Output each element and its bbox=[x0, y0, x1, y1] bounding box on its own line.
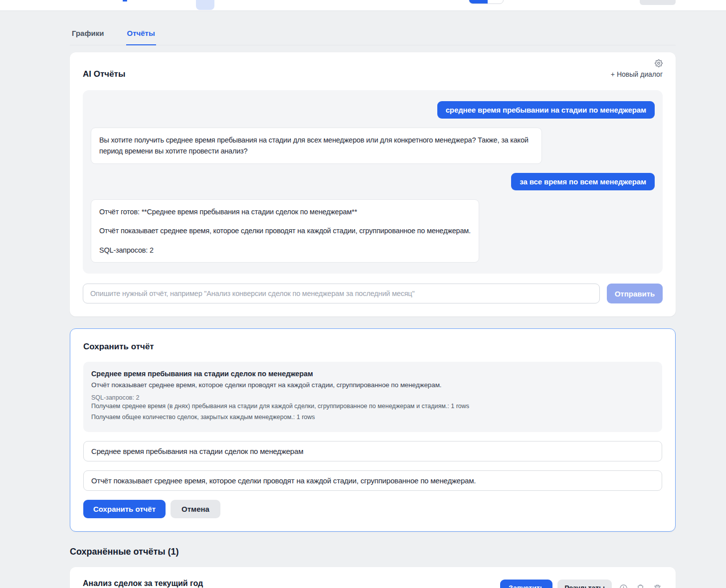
ai-reports-card: AI Отчёты + Новый диалог среднее время п… bbox=[70, 52, 676, 316]
shield-icon[interactable] bbox=[635, 583, 646, 588]
run-button[interactable]: Запустить bbox=[500, 580, 552, 588]
assistant-message: Вы хотите получить среднее время пребыва… bbox=[91, 128, 542, 164]
assistant-message: Отчёт готов: **Среднее время пребывания … bbox=[91, 199, 479, 263]
trash-icon[interactable] bbox=[652, 583, 663, 588]
saved-reports-heading: Сохранённые отчёты (1) bbox=[70, 547, 676, 557]
saved-report-item: Анализ сделок за текущий год Отчет содер… bbox=[70, 567, 676, 588]
clock-icon[interactable] bbox=[618, 583, 629, 588]
assistant-paragraph: Отчёт готов: **Среднее время пребывания … bbox=[99, 206, 471, 217]
tab-charts[interactable]: Графики bbox=[71, 27, 105, 45]
save-report-title: Сохранить отчёт bbox=[83, 342, 662, 352]
results-button[interactable]: Результаты bbox=[557, 580, 612, 588]
cancel-button[interactable]: Отмена bbox=[171, 500, 220, 518]
summary-title: Среднее время пребывания на стадии сдело… bbox=[91, 370, 654, 378]
user-message: среднее время пребывании на стадии по ме… bbox=[437, 101, 655, 119]
toggle-fragment[interactable] bbox=[469, 0, 504, 4]
summary-query: Получаем среднее время (в днях) пребыван… bbox=[91, 401, 654, 412]
report-description-field[interactable] bbox=[83, 470, 662, 491]
saved-report-actions: Запустить Результаты bbox=[500, 579, 663, 588]
assistant-paragraph: SQL-запросов: 2 bbox=[99, 245, 471, 256]
tab-reports[interactable]: Отчёты bbox=[126, 27, 156, 45]
summary-description: Отчёт показывает среднее время, которое … bbox=[91, 381, 654, 389]
report-summary: Среднее время пребывания на стадии сдело… bbox=[83, 362, 662, 432]
save-report-card: Сохранить отчёт Среднее время пребывания… bbox=[70, 328, 676, 532]
main-content: Графики Отчёты AI Отчёты + Новый диалог … bbox=[70, 22, 676, 588]
chat-area: среднее время пребывании на стадии по ме… bbox=[83, 90, 663, 274]
toggle-on-half bbox=[469, 0, 488, 3]
save-report-button[interactable]: Сохранить отчёт bbox=[83, 500, 166, 518]
saved-report-info: Анализ сделок за текущий год Отчет содер… bbox=[83, 579, 383, 588]
assistant-paragraph: Отчёт показывает среднее время, которое … bbox=[99, 225, 471, 236]
summary-query: Получаем общее количество сделок, закрыт… bbox=[91, 412, 654, 423]
report-prompt-input[interactable] bbox=[83, 284, 600, 303]
summary-sql-count: SQL-запросов: 2 bbox=[91, 394, 654, 401]
header-button-fragment[interactable] bbox=[640, 0, 676, 5]
gear-icon[interactable] bbox=[655, 59, 663, 68]
send-button[interactable]: Отправить bbox=[607, 284, 663, 303]
new-dialog-button[interactable]: + Новый диалог bbox=[611, 70, 663, 78]
saved-report-title: Анализ сделок за текущий год bbox=[83, 579, 383, 588]
logo-fragment bbox=[123, 0, 127, 1]
tab-bar: Графики Отчёты bbox=[70, 22, 676, 45]
ai-reports-title: AI Отчёты bbox=[83, 69, 125, 79]
header-band bbox=[0, 0, 726, 11]
report-name-field[interactable] bbox=[83, 441, 662, 461]
user-message: за все время по всем менеджерам bbox=[511, 173, 655, 190]
nav-pill-fragment[interactable] bbox=[196, 0, 214, 10]
